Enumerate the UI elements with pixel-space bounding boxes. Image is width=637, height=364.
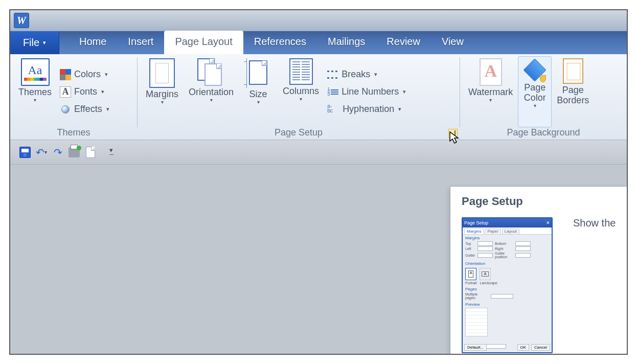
quick-print-button[interactable]: [66, 145, 82, 160]
app-frame: W File▾ Home Insert Page Layout Referenc…: [9, 9, 628, 355]
tab-mailings[interactable]: Mailings: [317, 31, 376, 54]
margins-icon: [149, 58, 175, 88]
page-setup-dialog-launcher[interactable]: [448, 129, 458, 138]
tab-insert[interactable]: Insert: [117, 31, 164, 54]
page-setup-tooltip: Page Setup Page Setup✕ Margins Paper Lay…: [450, 186, 627, 355]
group-themes: Aa Themes ▾ Colors▾ A Fonts▾ Effects▾ Th…: [10, 54, 137, 140]
chevron-down-icon: ▾: [489, 97, 492, 103]
cancel-button: Cancel: [531, 344, 550, 351]
portrait-icon: A: [465, 268, 476, 280]
hyphenation-icon: a-bc: [327, 104, 339, 115]
preview-tab-layout: Layout: [502, 229, 519, 234]
hyphenation-label: Hyphenation: [343, 104, 394, 115]
save-icon: [19, 147, 31, 158]
chevron-down-icon: ▾: [43, 39, 46, 46]
tooltip-description: Show the: [573, 217, 616, 229]
page-color-icon: [524, 59, 546, 81]
columns-icon: [289, 58, 313, 85]
page-color-button[interactable]: Page Color ▾: [518, 56, 552, 127]
page-borders-icon: [563, 58, 583, 84]
tab-home[interactable]: Home: [69, 31, 117, 54]
tab-references[interactable]: References: [243, 31, 317, 54]
page-borders-button[interactable]: Page Borders: [552, 56, 594, 127]
hyphenation-button[interactable]: a-bc Hyphenation▾: [324, 101, 409, 118]
colors-icon: [60, 69, 71, 80]
chevron-down-icon: ▾: [210, 97, 213, 103]
titlebar: W: [10, 10, 627, 31]
save-button[interactable]: [17, 145, 33, 160]
group-page-background-title: Page Background: [460, 127, 627, 138]
print-icon: [69, 147, 80, 157]
customize-icon: ▾–: [109, 148, 113, 156]
watermark-icon: A: [480, 58, 502, 86]
word-logo-icon: W: [14, 13, 29, 28]
theme-fonts-button[interactable]: A Fonts▾: [57, 83, 112, 101]
theme-colors-button[interactable]: Colors▾: [57, 66, 112, 83]
undo-icon: ↶: [36, 146, 44, 158]
group-page-background: A Watermark ▾ Page Color ▾ Page Borders …: [460, 54, 627, 140]
margins-label: Margins: [146, 89, 178, 99]
columns-label: Columns: [283, 86, 319, 96]
chevron-down-icon: ▾: [101, 88, 104, 95]
group-page-setup: Margins ▾ Orientation ▾ Size ▾ Columns ▾: [138, 54, 460, 140]
default-button: Default...: [464, 344, 487, 351]
tab-view[interactable]: View: [431, 31, 474, 54]
dialog-preview: Page Setup✕ Margins Paper Layout Margins…: [462, 217, 553, 353]
theme-fonts-label: Fonts: [74, 86, 97, 97]
landscape-icon: A: [480, 268, 491, 280]
redo-button[interactable]: ↷: [50, 145, 65, 160]
chevron-down-icon: ▾: [403, 88, 406, 95]
chevron-down-icon: ▾: [398, 106, 401, 112]
chevron-down-icon: ▾: [534, 103, 536, 108]
fonts-icon: A: [60, 86, 71, 98]
tab-file[interactable]: File▾: [10, 31, 59, 54]
ribbon-tabs: File▾ Home Insert Page Layout References…: [10, 31, 627, 54]
chevron-down-icon: ▾: [161, 99, 164, 105]
theme-effects-label: Effects: [74, 104, 102, 115]
breaks-icon: [327, 70, 338, 80]
watermark-label: Watermark: [468, 87, 513, 97]
breaks-label: Breaks: [342, 69, 370, 80]
quick-access-toolbar: ↶▾ ↷ ▾–: [10, 140, 627, 165]
close-icon: ✕: [546, 220, 550, 225]
chevron-down-icon: ▾: [257, 99, 260, 105]
new-document-button[interactable]: [83, 145, 98, 160]
themes-icon: Aa: [21, 58, 50, 86]
orientation-icon: [197, 58, 225, 86]
preview-tab-paper: Paper: [485, 229, 500, 234]
tab-page-layout[interactable]: Page Layout: [164, 31, 243, 54]
effects-icon: [60, 104, 71, 115]
orientation-label: Orientation: [189, 87, 234, 97]
line-numbers-button[interactable]: 123 Line Numbers▾: [324, 83, 409, 101]
tab-file-label: File: [23, 37, 39, 49]
tab-review[interactable]: Review: [376, 31, 431, 54]
group-themes-title: Themes: [10, 127, 137, 138]
preview-tab-margins: Margins: [464, 229, 484, 234]
tooltip-title: Page Setup: [462, 195, 620, 208]
group-page-setup-title: Page Setup: [138, 127, 460, 138]
page-color-label: Page Color: [524, 82, 546, 103]
customize-qat-button[interactable]: ▾–: [106, 148, 117, 156]
columns-button[interactable]: Columns ▾: [278, 56, 324, 127]
line-numbers-label: Line Numbers: [342, 86, 399, 97]
theme-effects-button[interactable]: Effects▾: [57, 101, 112, 118]
chevron-down-icon: ▾: [105, 71, 108, 78]
chevron-down-icon: ▾: [106, 106, 109, 112]
size-icon: [244, 58, 272, 88]
watermark-button[interactable]: A Watermark ▾: [463, 56, 518, 127]
new-document-icon: [86, 147, 95, 158]
themes-label: Themes: [18, 87, 52, 97]
line-numbers-icon: 123: [327, 87, 338, 97]
margins-button[interactable]: Margins ▾: [141, 56, 184, 127]
size-label: Size: [249, 89, 267, 99]
chevron-down-icon: ▾: [300, 96, 302, 102]
undo-button[interactable]: ↶▾: [34, 145, 49, 160]
page-borders-label: Page Borders: [557, 85, 589, 105]
orientation-button[interactable]: Orientation ▾: [184, 56, 239, 127]
themes-button[interactable]: Aa Themes ▾: [13, 56, 57, 127]
chevron-down-icon: ▾: [34, 97, 36, 103]
breaks-button[interactable]: Breaks▾: [324, 66, 409, 83]
theme-colors-label: Colors: [74, 69, 101, 80]
chevron-down-icon: ▾: [374, 71, 377, 78]
size-button[interactable]: Size ▾: [239, 56, 278, 127]
